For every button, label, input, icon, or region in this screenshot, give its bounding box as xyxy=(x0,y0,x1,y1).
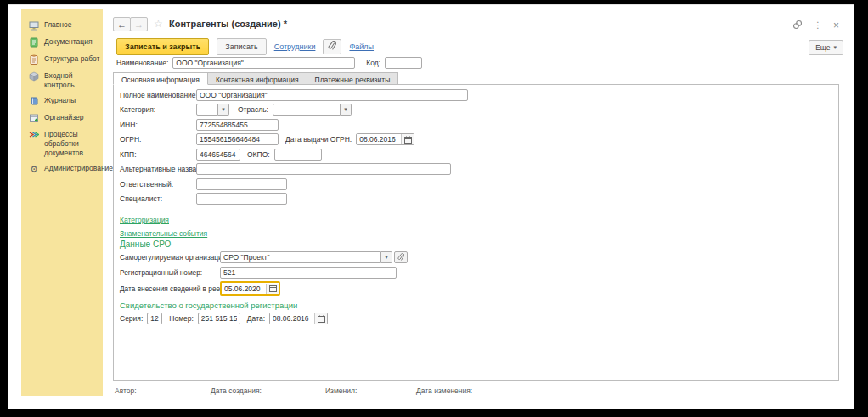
responsible-row: Ответственный: xyxy=(120,178,832,190)
back-button[interactable]: ← xyxy=(113,17,131,31)
save-and-close-button[interactable]: Записать и закрыть xyxy=(116,38,209,55)
sidebar-item-document-processes[interactable]: Процессы обработки документов xyxy=(21,127,103,161)
okpo-label: ОКПО: xyxy=(247,150,270,159)
alt-names-label: Альтернативные названия: xyxy=(120,165,196,173)
monitor-icon xyxy=(29,20,39,31)
category-label: Категория: xyxy=(120,105,196,114)
paperclip-icon xyxy=(328,39,336,54)
okpo-input[interactable] xyxy=(274,149,322,161)
sro-org-row: Саморегулируемая организация: ▾ xyxy=(120,251,832,264)
window-controls: ⋮ × xyxy=(792,20,839,31)
category-input[interactable] xyxy=(196,104,218,116)
page-title: Контрагенты (создание) * xyxy=(169,19,287,29)
alt-names-input[interactable] xyxy=(196,163,451,175)
cert-number-label: Номер: xyxy=(169,314,194,323)
ogrn-date-input[interactable] xyxy=(357,134,401,144)
industry-dropdown-button[interactable]: ▾ xyxy=(341,104,352,116)
inn-label: ИНН: xyxy=(120,121,196,129)
chevron-down-icon: ▾ xyxy=(222,106,225,113)
author-label: Автор: xyxy=(115,386,137,395)
cert-section-header: Свидетельство о государственной регистра… xyxy=(120,301,832,310)
sro-org-input[interactable] xyxy=(220,251,381,263)
calendar-icon[interactable] xyxy=(266,284,279,294)
cert-number-input[interactable] xyxy=(198,313,240,324)
specialist-label: Специалист: xyxy=(120,194,196,203)
sidebar-item-label: Администрирование xyxy=(44,164,113,173)
kpp-input[interactable] xyxy=(196,149,240,161)
clipboard-icon xyxy=(29,54,39,65)
sidebar-item-label: Документация xyxy=(44,37,93,47)
notable-events-link[interactable]: Знаменательные события xyxy=(120,229,207,238)
sro-org-dropdown-button[interactable]: ▾ xyxy=(381,251,392,263)
code-label: Код: xyxy=(366,59,380,67)
kpp-label: КПП: xyxy=(120,150,196,159)
more-menu-icon[interactable]: ⋮ xyxy=(814,21,822,30)
forward-icon: → xyxy=(134,20,144,30)
sidebar-item-label: Журналы xyxy=(44,96,76,105)
responsible-input[interactable] xyxy=(196,178,287,190)
ogrn-date-label: Дата выдачи ОГРН: xyxy=(285,135,352,144)
ogrn-date-field xyxy=(356,133,414,145)
name-input[interactable] xyxy=(172,57,355,69)
sro-section-header: Данные СРО xyxy=(120,239,832,249)
history-nav: ← → xyxy=(113,17,148,31)
ogrn-input[interactable] xyxy=(196,133,279,145)
favorite-star-icon[interactable]: ☆ xyxy=(154,18,163,30)
app-window: Главное Документация Структура работ Вхо… xyxy=(8,4,854,409)
industry-label: Отрасль: xyxy=(238,105,268,114)
attach-files-button[interactable] xyxy=(323,39,341,54)
sidebar-item-incoming-control[interactable]: Входной контроль xyxy=(21,68,103,93)
organizer-icon xyxy=(29,113,39,123)
calendar-icon[interactable] xyxy=(401,134,414,144)
cert-date-input[interactable] xyxy=(270,313,314,324)
sro-reg-number-input[interactable] xyxy=(220,267,397,279)
specialist-row: Специалист: xyxy=(120,193,832,206)
cert-row: Серия: Номер: Дата: xyxy=(120,313,832,325)
sro-reg-number-label: Регистрационный номер: xyxy=(120,268,220,277)
tab-main-info[interactable]: Основная информация xyxy=(113,72,208,85)
sidebar: Главное Документация Структура работ Вхо… xyxy=(21,9,103,396)
sro-reg-date-field xyxy=(220,281,280,296)
sro-reg-date-row: Дата внесения сведений в реестр: xyxy=(120,281,832,296)
sro-reg-number-row: Регистрационный номер: xyxy=(120,266,832,279)
modified-by-label: Изменил: xyxy=(325,386,357,395)
employees-link[interactable]: Сотрудники xyxy=(274,42,316,51)
full-name-label: Полное наименование: xyxy=(120,91,196,99)
paperclip-icon xyxy=(397,253,404,262)
gear-icon: ⚙ xyxy=(29,164,39,174)
sidebar-item-journals[interactable]: Журналы xyxy=(21,93,103,110)
sro-reg-date-input[interactable] xyxy=(222,284,266,294)
cert-series-input[interactable] xyxy=(147,313,162,324)
calendar-icon[interactable] xyxy=(314,313,327,324)
sidebar-item-administration[interactable]: ⚙ Администрирование xyxy=(21,161,103,178)
categorization-link[interactable]: Категоризация xyxy=(120,216,169,224)
sidebar-item-work-structure[interactable]: Структура работ xyxy=(21,51,103,68)
code-input[interactable] xyxy=(385,57,422,69)
tab-payment-details[interactable]: Платежные реквизиты xyxy=(307,72,399,85)
sidebar-item-main[interactable]: Главное xyxy=(21,17,103,34)
sro-attach-button[interactable] xyxy=(394,251,408,263)
files-link[interactable]: Файлы xyxy=(349,42,374,51)
sidebar-item-label: Органайзер xyxy=(44,113,83,122)
tab-contact-info[interactable]: Контактная информация xyxy=(208,72,307,85)
get-link-icon[interactable] xyxy=(792,20,803,31)
sidebar-item-organizer[interactable]: Органайзер xyxy=(21,110,103,127)
book-icon xyxy=(29,96,39,106)
cert-series-label: Серия: xyxy=(120,314,143,323)
more-button[interactable]: Еще ▾ xyxy=(809,40,843,55)
forward-button[interactable]: → xyxy=(130,17,148,31)
full-name-input[interactable] xyxy=(196,89,468,101)
chevron-down-icon: ▾ xyxy=(344,106,347,113)
tab-bar: Основная информация Контактная информаци… xyxy=(113,72,398,85)
category-dropdown-button[interactable]: ▾ xyxy=(218,104,229,116)
specialist-input[interactable] xyxy=(196,193,287,205)
sro-reg-date-label: Дата внесения сведений в реестр: xyxy=(120,285,220,293)
alt-names-row: Альтернативные названия: xyxy=(120,163,832,176)
sidebar-item-label: Структура работ xyxy=(44,54,99,64)
sidebar-item-documentation[interactable]: Документация xyxy=(21,34,103,51)
industry-input[interactable] xyxy=(273,104,341,116)
save-button[interactable]: Записать xyxy=(217,38,266,55)
sidebar-item-label: Процессы обработки документов xyxy=(44,130,101,157)
close-icon[interactable]: × xyxy=(833,21,839,30)
inn-input[interactable] xyxy=(196,119,279,131)
